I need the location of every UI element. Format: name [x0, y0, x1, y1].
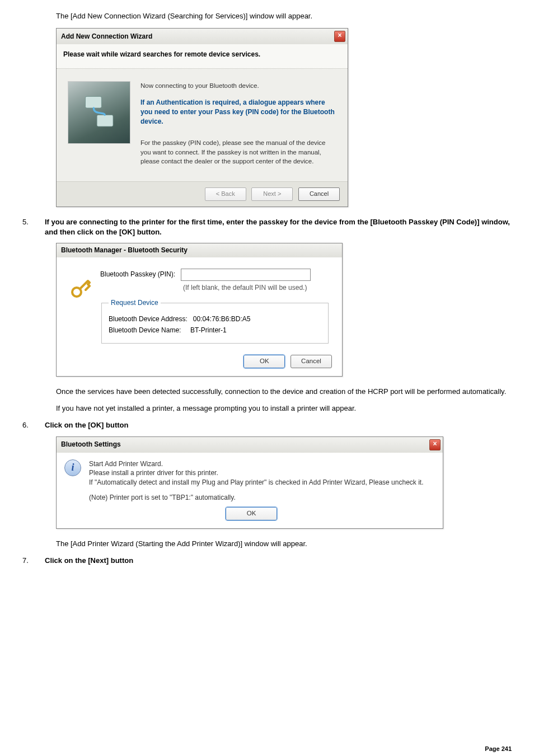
- step5-title: If you are connecting to the printer for…: [45, 218, 510, 236]
- pin-hint: (If left blank, the default PIN will be …: [100, 283, 330, 293]
- wizard-titlebar: Add New Connection Wizard ×: [57, 29, 348, 44]
- wizard-window: Add New Connection Wizard × Please wait …: [56, 28, 348, 207]
- post5-text-a: Once the services have been detected suc…: [56, 387, 512, 397]
- settings-title: Bluetooth Settings: [61, 440, 121, 449]
- addr-value: 00:04:76:B6:BD:A5: [193, 315, 251, 323]
- pin-label: Bluetooth Passkey (PIN):: [100, 270, 175, 278]
- settings-line1: Start Add Printer Wizard.: [89, 459, 435, 469]
- step7-number: 7.: [22, 556, 45, 566]
- close-icon[interactable]: ×: [429, 439, 441, 450]
- step7-title: Click on the [Next] button: [45, 556, 133, 565]
- ok-button[interactable]: OK: [226, 507, 277, 520]
- cancel-button[interactable]: Cancel: [291, 355, 332, 368]
- security-title: Bluetooth Manager - Bluetooth Security: [61, 246, 188, 255]
- ok-button[interactable]: OK: [243, 355, 285, 368]
- wizard-auth-block: If an Authentication is required, a dial…: [140, 98, 336, 126]
- pin-input[interactable]: [181, 269, 311, 281]
- close-icon[interactable]: ×: [334, 31, 345, 42]
- svg-rect-1: [97, 115, 113, 126]
- page-number: Page 241: [50, 745, 512, 753]
- name-value: BT-Printer-1: [190, 326, 227, 334]
- settings-titlebar: Bluetooth Settings ×: [57, 437, 443, 453]
- post6-text: The [Add Printer Wizard (Starting the Ad…: [56, 539, 512, 549]
- addr-label: Bluetooth Device Address:: [109, 315, 188, 323]
- security-dialog: Bluetooth Manager - Bluetooth Security B…: [56, 243, 343, 377]
- settings-line3: If "Automatically detect and install my …: [89, 478, 435, 487]
- svg-rect-0: [85, 96, 101, 108]
- wizard-title: Add New Connection Wizard: [61, 32, 152, 41]
- wizard-subheading: Please wait while wizard searches for re…: [57, 44, 348, 69]
- request-device-legend: Request Device: [109, 298, 161, 308]
- wizard-note: For the passkey (PIN code), please see t…: [140, 138, 336, 165]
- request-device-group: Request Device Bluetooth Device Address:…: [101, 298, 329, 344]
- step6-number: 6.: [22, 420, 45, 430]
- intro-text: The [Add New Connection Wizard (Searchin…: [56, 11, 512, 21]
- cancel-button[interactable]: Cancel: [298, 187, 340, 201]
- info-icon: i: [64, 459, 81, 476]
- key-icon: [69, 278, 91, 303]
- wizard-line1: Now connecting to your Bluetooth device.: [140, 82, 259, 89]
- wizard-image: [68, 81, 130, 144]
- back-button[interactable]: < Back: [205, 187, 246, 201]
- step5-number: 5.: [22, 217, 45, 237]
- name-label: Bluetooth Device Name:: [109, 326, 181, 334]
- settings-line2: Please install a printer driver for this…: [89, 468, 435, 478]
- settings-dialog: Bluetooth Settings × i Start Add Printer…: [56, 436, 443, 529]
- security-titlebar: Bluetooth Manager - Bluetooth Security: [57, 243, 342, 257]
- next-button[interactable]: Next >: [251, 187, 293, 201]
- post5-text-b: If you have not yet installed a printer,…: [56, 403, 512, 414]
- step6-title: Click on the [OK] button: [45, 421, 128, 429]
- settings-line4: (Note) Printer port is set to "TBP1:" au…: [89, 493, 435, 503]
